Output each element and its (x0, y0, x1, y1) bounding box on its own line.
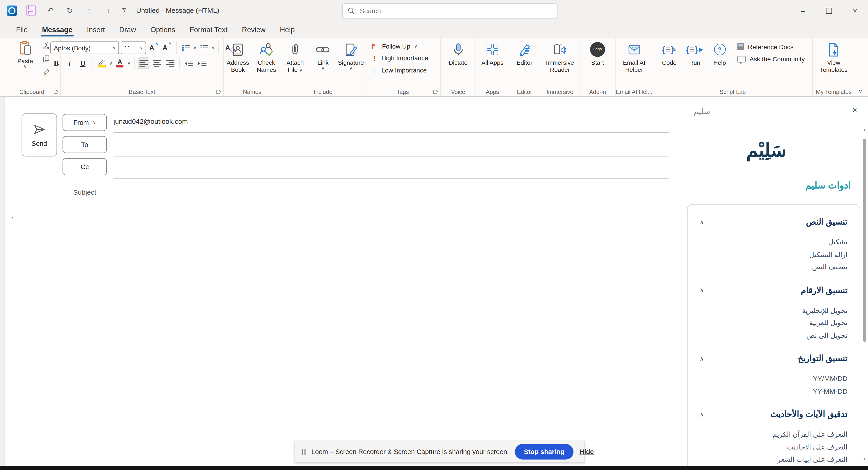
italic-button[interactable]: I (64, 58, 75, 69)
address-book-button[interactable]: Address Book (223, 39, 252, 73)
tab-draw[interactable]: Draw (112, 21, 143, 38)
increase-indent-button[interactable] (196, 58, 208, 69)
code-button[interactable]: {} ✎ Code (656, 39, 682, 66)
saleem-addin-panel: سليم × سَلِيْم ادوات سليم ∧ تنسيق النص ت… (679, 97, 868, 467)
tool-item[interactable]: التعرف علي القرآن الكريم (700, 429, 847, 441)
tool-item[interactable]: تحويل للإنجليزية (700, 304, 847, 317)
redo-button[interactable]: ↻ (64, 5, 75, 16)
bold-button[interactable]: B (51, 58, 62, 69)
tool-item[interactable]: تحويل للعربية (700, 317, 847, 329)
paste-button[interactable]: Paste ∨ (11, 38, 39, 69)
stop-sharing-button[interactable]: Stop sharing (515, 444, 574, 460)
panel-scrollbar[interactable]: ▲ ▼ (862, 128, 867, 461)
customize-toolbar-button[interactable]: ∨ (122, 8, 126, 13)
section-header[interactable]: ∧ تنسيق التواريخ (700, 353, 847, 363)
tab-review[interactable]: Review (235, 21, 273, 38)
tab-message[interactable]: Message (35, 21, 80, 38)
tool-item[interactable]: YY-MM-DD (700, 385, 847, 398)
low-importance-button[interactable]: ↓ Low Importance (371, 66, 427, 74)
to-button[interactable]: To (62, 136, 107, 153)
search-bar[interactable] (342, 3, 558, 18)
check-names-button[interactable]: Check Names (252, 39, 281, 73)
tab-file[interactable]: File (9, 21, 35, 38)
tool-item[interactable]: YY/MM/DD (700, 373, 847, 385)
all-apps-button[interactable]: All Apps (478, 39, 507, 66)
code-icon: {} ✎ (662, 41, 676, 58)
link-button[interactable]: Link ∨ (309, 39, 337, 70)
minimize-button[interactable]: – (790, 0, 816, 21)
clipboard-dialog-launcher[interactable] (54, 89, 59, 94)
to-field-line[interactable] (113, 156, 669, 156)
ask-community-button[interactable]: Ask the Community (737, 56, 805, 63)
editor-pencil-icon (517, 41, 532, 58)
immersive-reader-button[interactable]: Immersive Reader (541, 39, 578, 73)
signature-button[interactable]: Signature ∨ (337, 39, 365, 70)
panel-close-button[interactable]: × (848, 103, 861, 115)
high-importance-button[interactable]: ! High Importance (371, 54, 428, 63)
subject-separator-line[interactable] (8, 201, 675, 201)
scroll-up-icon[interactable]: ▲ (862, 128, 867, 132)
font-name-select[interactable]: Aptos (Body) ∨ (51, 41, 119, 54)
ribbon: Paste ∨ Clipboard (0, 38, 868, 97)
message-body[interactable] (5, 202, 679, 467)
cc-button[interactable]: Cc (62, 158, 107, 175)
script-lab-help-button[interactable]: ? Help (707, 39, 732, 66)
from-address[interactable]: junaid042@outlook.com (113, 118, 188, 126)
apps-grid-icon (487, 44, 498, 56)
section-header[interactable]: ∧ تدقيق الآيات والأحاديث (700, 409, 847, 419)
font-color-button[interactable]: A (114, 58, 126, 69)
tool-item[interactable]: تشكيل (700, 236, 847, 249)
send-button[interactable]: Send (22, 113, 57, 156)
editor-button[interactable]: Editor (510, 39, 539, 66)
email-ai-helper-button[interactable]: Email AI Helper (617, 39, 651, 73)
tool-item[interactable]: تنظيف النص (700, 261, 847, 273)
align-left-button[interactable] (138, 58, 149, 69)
hide-link[interactable]: Hide (580, 448, 594, 456)
underline-button[interactable]: U (77, 58, 89, 69)
group-label-immersive: Immersive (547, 88, 574, 95)
follow-up-button[interactable]: Follow Up ∨ (371, 43, 417, 51)
tab-insert[interactable]: Insert (80, 21, 112, 38)
shrink-font-button[interactable]: A∨ (161, 42, 173, 54)
basic-text-dialog-launcher[interactable] (216, 89, 221, 94)
tab-format-text[interactable]: Format Text (183, 21, 235, 38)
reference-docs-button[interactable]: Reference Docs (737, 43, 805, 51)
align-center-button[interactable] (151, 58, 163, 69)
attach-file-button[interactable]: Attach File ∨ (281, 39, 309, 73)
restore-button[interactable] (816, 0, 842, 21)
bullets-button[interactable] (180, 42, 192, 54)
start-addin-button[interactable]: Logo Start (583, 39, 612, 66)
cc-field-line[interactable] (113, 178, 669, 178)
font-size-select[interactable]: 11 ∨ (121, 41, 146, 54)
collapse-section-icon: ∧ (700, 219, 704, 225)
scrollbar-thumb[interactable] (863, 139, 866, 342)
tool-item[interactable]: التعرف على ابيات الشعر (700, 454, 847, 466)
move-up-button[interactable]: ↑ (84, 5, 95, 16)
save-button[interactable] (26, 5, 37, 16)
tab-options[interactable]: Options (143, 21, 183, 38)
dictate-button[interactable]: Dictate (444, 39, 472, 66)
address-book-icon (230, 41, 245, 58)
collapse-ribbon-button[interactable]: ∨ (859, 89, 863, 95)
grow-font-button[interactable]: A∧ (148, 42, 159, 54)
section-header[interactable]: ∧ تنسيق النص (700, 217, 847, 227)
send-plane-icon (32, 123, 46, 136)
scroll-down-icon[interactable]: ▼ (862, 457, 867, 461)
tool-item[interactable]: التعرف علي الاحاديث (700, 441, 847, 454)
numbering-button[interactable] (198, 42, 210, 54)
run-button[interactable]: {} ▶ Run (682, 39, 708, 66)
search-input[interactable] (359, 6, 551, 15)
decrease-indent-button[interactable] (183, 58, 195, 69)
move-down-button[interactable]: ↓ (103, 5, 114, 16)
tags-dialog-launcher[interactable] (433, 89, 438, 94)
close-button[interactable]: × (842, 0, 868, 21)
tab-help[interactable]: Help (273, 21, 302, 38)
highlight-button[interactable] (96, 58, 107, 69)
tool-item[interactable]: تحويل الى نص (700, 329, 847, 342)
tool-item[interactable]: ازالة التشكيل (700, 248, 847, 261)
from-button[interactable]: From ∨ (62, 114, 107, 131)
align-right-button[interactable] (164, 58, 176, 69)
undo-button[interactable]: ↶ (45, 5, 56, 16)
section-header[interactable]: ∧ تنسيق الارقام (700, 285, 847, 295)
view-templates-button[interactable]: View Templates (816, 39, 851, 73)
